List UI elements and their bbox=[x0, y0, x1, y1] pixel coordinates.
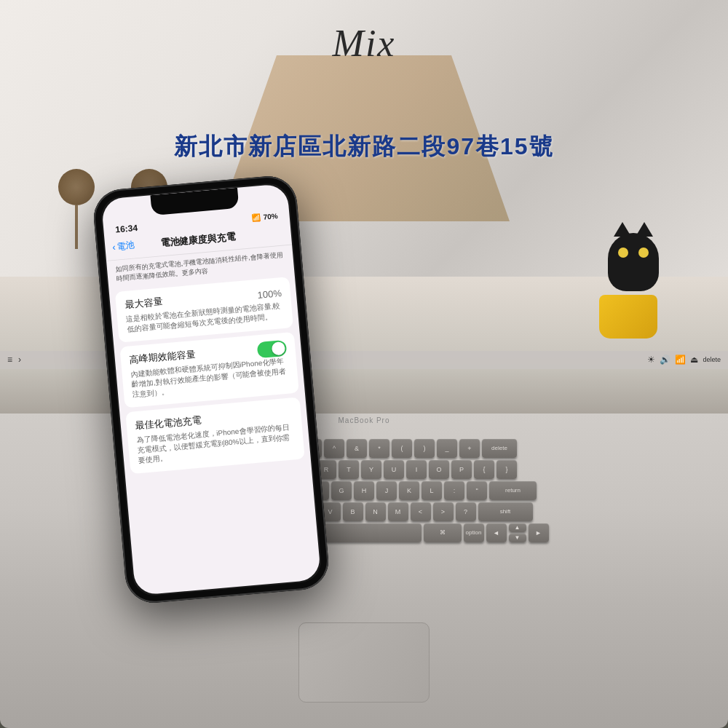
macbook-label: MacBook Pro bbox=[338, 416, 389, 424]
cat-ear-right bbox=[636, 222, 653, 237]
keyboard-area: MacBook Pro ! @ # $ % ^ & * ( ) _ + dele… bbox=[0, 414, 728, 728]
cat-eye-left bbox=[618, 248, 628, 258]
key-down-arrow[interactable]: ▼ bbox=[509, 534, 526, 542]
key-b[interactable]: B bbox=[343, 502, 363, 521]
key-l[interactable]: L bbox=[422, 481, 442, 500]
toggle-knob bbox=[272, 341, 286, 356]
volume-icon: 🔊 bbox=[660, 355, 670, 365]
trackpad[interactable] bbox=[298, 622, 430, 703]
key-y[interactable]: Y bbox=[361, 460, 381, 479]
key-plus[interactable]: + bbox=[459, 439, 480, 458]
peak-performance-label: 高峰期效能容量 bbox=[129, 348, 196, 367]
peak-performance-section: 高峰期效能容量 內建動能軟體和硬體系統可抑制因iPhone化學年齡增加,對執行效… bbox=[119, 332, 298, 408]
key-t[interactable]: T bbox=[339, 460, 359, 479]
arrow-keys-ud: ▲ ▼ bbox=[509, 523, 526, 542]
key-g[interactable]: G bbox=[331, 481, 352, 500]
wifi-status-icon: 📶 bbox=[251, 213, 261, 222]
key-up-arrow[interactable]: ▲ bbox=[509, 523, 526, 532]
key-i[interactable]: I bbox=[406, 460, 427, 479]
stool-seat bbox=[58, 169, 95, 205]
cat-ear-left bbox=[614, 222, 631, 237]
key-j[interactable]: J bbox=[376, 481, 397, 500]
max-capacity-value: 100% bbox=[257, 288, 282, 301]
iphone-time: 16:34 bbox=[115, 223, 138, 235]
max-capacity-label: 最大容量 bbox=[124, 296, 163, 312]
key-m[interactable]: M bbox=[388, 502, 408, 521]
key-lt[interactable]: < bbox=[411, 502, 431, 521]
key-o[interactable]: O bbox=[429, 460, 449, 479]
key-caret[interactable]: ^ bbox=[324, 439, 344, 458]
store-name: Mix bbox=[333, 22, 396, 65]
back-button[interactable]: ‹ 電池 bbox=[112, 239, 135, 253]
cat-figurine bbox=[597, 233, 670, 320]
delete-key-label: delete bbox=[703, 356, 721, 363]
key-lbrace[interactable]: { bbox=[474, 460, 494, 479]
key-command-right[interactable]: ⌘ bbox=[424, 523, 462, 542]
key-return[interactable]: return bbox=[489, 481, 537, 500]
store-address: 新北市新店區北新路二段97巷15號 bbox=[0, 131, 728, 163]
key-underscore[interactable]: _ bbox=[437, 439, 457, 458]
key-right-arrow[interactable]: ► bbox=[529, 523, 549, 542]
iphone: 16:34 📶 70% ‹ 電池 電池健康度與充電 如同所有的充電式電池,手機電… bbox=[92, 174, 331, 605]
key-n[interactable]: N bbox=[365, 502, 386, 521]
optimize-charging-section: 最佳化電池充電 為了降低電池老化速度，iPhone會學習你的每日充電模式，以便暫… bbox=[125, 397, 304, 475]
optimize-label: 最佳化電池充電 bbox=[135, 415, 202, 432]
key-colon[interactable]: : bbox=[444, 481, 464, 500]
key-question[interactable]: ? bbox=[456, 502, 476, 521]
key-k[interactable]: K bbox=[399, 481, 419, 500]
key-lparen[interactable]: ( bbox=[392, 439, 412, 458]
key-rbrace[interactable]: } bbox=[496, 460, 517, 479]
cat-eye-right bbox=[638, 248, 649, 258]
max-capacity-section: 最大容量 100% 這是相較於電池在全新狀態時測量的電池容量,較低的容量可能會縮… bbox=[115, 277, 293, 343]
key-delete[interactable]: delete bbox=[482, 439, 517, 458]
key-u[interactable]: U bbox=[384, 460, 404, 479]
back-chevron-icon: ‹ bbox=[112, 242, 116, 253]
key-p[interactable]: P bbox=[451, 460, 472, 479]
key-h[interactable]: H bbox=[354, 481, 374, 500]
battery-level: 70% bbox=[263, 212, 278, 221]
menubar-right: ☀ 🔊 📶 ⏏ delete bbox=[647, 355, 721, 365]
hamburger-icon: ≡ bbox=[7, 355, 12, 365]
status-right: 📶 70% bbox=[251, 212, 278, 222]
key-quote[interactable]: " bbox=[467, 481, 487, 500]
key-star[interactable]: * bbox=[369, 439, 389, 458]
key-option[interactable]: option bbox=[464, 523, 484, 542]
wifi-icon: 📶 bbox=[675, 355, 686, 365]
eject-icon: ⏏ bbox=[690, 355, 698, 365]
chevron-right-icon: › bbox=[18, 355, 21, 365]
brightness-icon: ☀ bbox=[647, 355, 655, 365]
cat-body bbox=[608, 233, 659, 291]
yellow-basket-figurine bbox=[599, 295, 657, 339]
menubar-left: ≡ › bbox=[7, 355, 21, 365]
key-gt[interactable]: > bbox=[433, 502, 454, 521]
iphone-screen: 16:34 📶 70% ‹ 電池 電池健康度與充電 如同所有的充電式電池,手機電… bbox=[101, 183, 322, 596]
key-rparen[interactable]: ) bbox=[414, 439, 435, 458]
key-shift-right[interactable]: shift bbox=[478, 502, 533, 521]
back-label: 電池 bbox=[116, 239, 135, 253]
key-amp[interactable]: & bbox=[347, 439, 367, 458]
key-left-arrow[interactable]: ◄ bbox=[486, 523, 507, 542]
key-row-5: fn ctrl ⌥ ⌘ ⌘ option ◄ ▲ ▼ ► bbox=[15, 523, 713, 542]
